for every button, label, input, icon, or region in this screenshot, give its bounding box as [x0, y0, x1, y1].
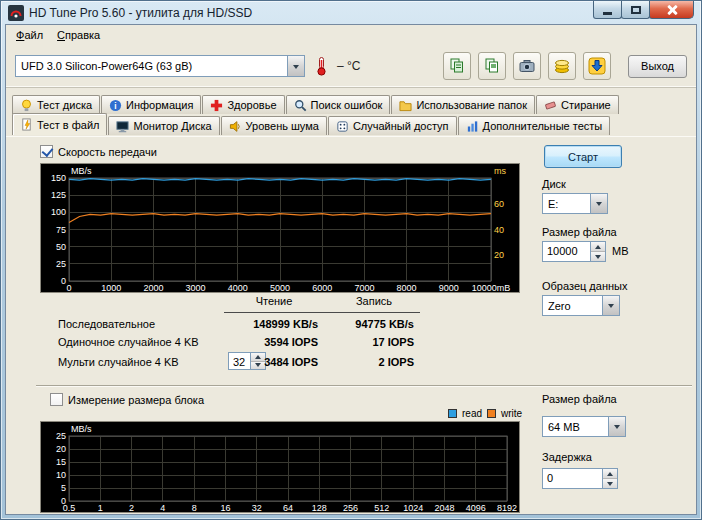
block-size-label: Измерение размера блока	[68, 394, 204, 406]
erase-icon	[544, 99, 557, 112]
svg-text:1024: 1024	[403, 503, 423, 513]
tab-row-back: Тест диска i Информация Здоровье	[12, 93, 696, 114]
tab-extra-tests[interactable]: Дополнительные тесты	[458, 116, 611, 135]
svg-text:50: 50	[56, 242, 66, 252]
tab-label: Информация	[126, 99, 193, 111]
tab-health[interactable]: Здоровье	[202, 95, 284, 114]
menu-file[interactable]: Файл	[9, 27, 50, 43]
update-button[interactable]	[583, 52, 611, 80]
random-access-icon	[336, 120, 349, 133]
tab-disk-monitor[interactable]: Монитор Диска	[108, 116, 219, 135]
legend-read-swatch	[448, 409, 457, 418]
extra-tests-icon	[466, 120, 479, 133]
copy-text-button[interactable]	[443, 52, 471, 80]
data-pattern-label: Образец данных	[542, 280, 627, 292]
legend-read-label: read	[462, 408, 482, 419]
exit-button[interactable]: Выход	[628, 55, 687, 78]
data-pattern-select[interactable]: Zero	[542, 295, 620, 316]
delay-value: 0	[543, 469, 602, 488]
tab-error-scan[interactable]: Поиск ошибок	[286, 95, 391, 114]
menu-help[interactable]: Справка	[50, 27, 107, 43]
tab-noise-level[interactable]: Уровень шума	[221, 116, 327, 135]
file-size-spinner[interactable]: 10000	[542, 241, 606, 262]
block-file-size-value: 64 MB	[543, 421, 608, 433]
svg-text:5: 5	[61, 483, 66, 493]
tab-label: Использование папок	[416, 99, 527, 111]
drive-select-value: UFD 3.0 Silicon-Power64G (63 gB)	[16, 60, 287, 72]
minimize-button[interactable]	[593, 1, 622, 19]
tab-label: Тест в файл	[37, 119, 99, 131]
svg-text:150: 150	[51, 173, 66, 183]
result-write-sequential: 94775 KB/s	[336, 318, 414, 330]
tab-label: Уровень шума	[246, 120, 319, 132]
svg-text:10000mB: 10000mB	[472, 283, 511, 293]
tab-folder-usage[interactable]: Использование папок	[391, 95, 535, 114]
copy-image-button[interactable]	[478, 52, 506, 80]
section-separator	[36, 385, 692, 387]
svg-text:0: 0	[61, 276, 66, 286]
start-button[interactable]: Старт	[544, 145, 622, 168]
svg-text:MB/s: MB/s	[71, 424, 92, 434]
svg-text:5000: 5000	[270, 283, 290, 293]
titlebar[interactable]: HD Tune Pro 5.60 - утилита для HD/SSD	[5, 1, 697, 24]
chevron-down-icon	[590, 194, 607, 213]
tab-label: Дополнительные тесты	[483, 120, 603, 132]
svg-text:125: 125	[51, 190, 66, 200]
folder-usage-icon	[399, 99, 412, 112]
svg-text:64: 64	[283, 503, 293, 513]
lamp-icon	[20, 99, 33, 112]
tab-label: Монитор Диска	[133, 120, 211, 132]
disk-select[interactable]: E:	[542, 193, 608, 214]
tab-file-benchmark[interactable]: Тест в файл	[12, 113, 107, 135]
temperature-readout: – °C	[337, 59, 360, 73]
spinner-arrows-icon[interactable]	[602, 469, 617, 488]
drive-select[interactable]: UFD 3.0 Silicon-Power64G (63 gB)	[15, 55, 305, 77]
svg-text:256: 256	[343, 503, 358, 513]
transfer-speed-chart: 0255075100125150204060010002000300040005…	[40, 163, 520, 293]
svg-text:60: 60	[494, 199, 504, 209]
svg-text:0: 0	[66, 283, 71, 293]
delay-spinner[interactable]: 0	[542, 468, 618, 489]
file-size-label: Размер файла	[542, 226, 617, 238]
thermometer-icon	[312, 56, 330, 76]
block-size-checkbox[interactable]: Измерение размера блока	[50, 393, 204, 406]
checkbox-unchecked-icon	[50, 393, 63, 406]
window-title: HD Tune Pro 5.60 - утилита для HD/SSD	[29, 6, 252, 20]
result-read-random-multi: 3484 IOPS	[236, 356, 318, 368]
svg-text:8192: 8192	[497, 503, 517, 513]
svg-text:1: 1	[98, 503, 103, 513]
info-icon: i	[109, 99, 122, 112]
svg-text:100: 100	[51, 207, 66, 217]
register-button[interactable]	[548, 52, 576, 80]
spinner-arrows-icon[interactable]	[590, 242, 605, 261]
screenshot-button[interactable]	[513, 52, 541, 80]
svg-text:25: 25	[56, 431, 66, 441]
tab-random-access[interactable]: Случайный доступ	[328, 116, 457, 135]
svg-text:40: 40	[494, 225, 504, 235]
tab-erase[interactable]: Стирание	[536, 95, 619, 114]
transfer-speed-checkbox[interactable]: Скорость передачи	[40, 145, 157, 158]
toolbar: UFD 3.0 Silicon-Power64G (63 gB) – °C	[6, 45, 696, 88]
svg-text:1000: 1000	[101, 283, 121, 293]
tab-disk-test[interactable]: Тест диска	[12, 95, 100, 114]
maximize-button[interactable]	[621, 1, 650, 19]
svg-text:10: 10	[56, 470, 66, 480]
tab-info[interactable]: i Информация	[101, 95, 201, 114]
error-scan-icon	[294, 99, 307, 112]
svg-text:20: 20	[494, 250, 504, 260]
update-download-icon	[588, 57, 606, 75]
result-label-random-single: Одиночное случайное 4 KB	[58, 336, 199, 348]
svg-text:0.5: 0.5	[63, 503, 76, 513]
close-button[interactable]	[649, 1, 694, 19]
svg-text:128: 128	[312, 503, 327, 513]
svg-text:i: i	[114, 100, 116, 110]
svg-text:20: 20	[56, 444, 66, 454]
data-pattern-value: Zero	[543, 300, 602, 312]
svg-text:7000: 7000	[354, 283, 374, 293]
block-file-size-select[interactable]: 64 MB	[542, 416, 626, 437]
file-size-unit: MB	[612, 245, 629, 257]
result-read-sequential: 148999 KB/s	[236, 318, 318, 330]
svg-text:4096: 4096	[466, 503, 486, 513]
tab-strip: Тест диска i Информация Здоровье	[6, 88, 696, 136]
svg-text:8: 8	[192, 503, 197, 513]
